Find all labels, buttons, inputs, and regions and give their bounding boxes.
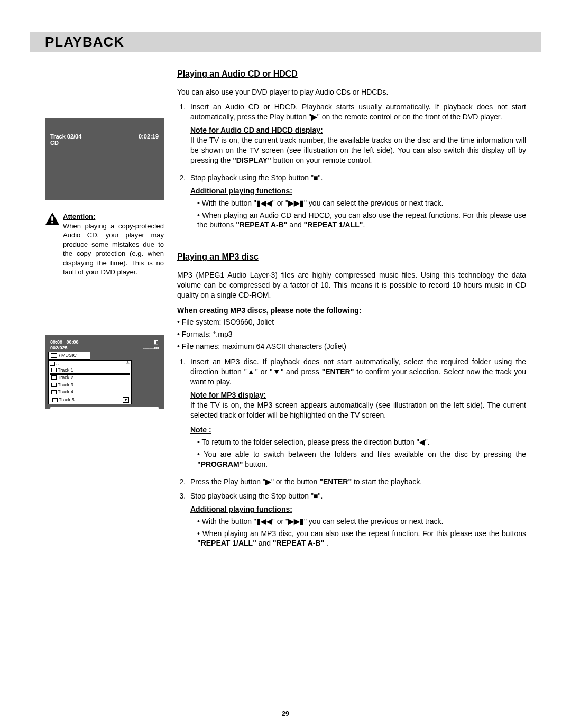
list-item: Track 4 (50, 389, 130, 395)
up-arrow-icon: ▲ (247, 367, 255, 376)
mp3-step-1: Insert an MP3 disc. If playback does not… (188, 357, 526, 469)
mp3-mode-icon: ◧ (154, 339, 159, 345)
mp3-step-2: Press the Play button "▶" or the button … (188, 477, 526, 487)
stop-icon: ■ (314, 492, 318, 500)
cd-time-label: 0:02:19 (139, 133, 159, 195)
file-icon (52, 398, 58, 402)
page-title: PLAYBACK (30, 32, 541, 52)
cd-additional-list: With the button "▮◀◀" or "▶▶▮" you can s… (195, 198, 526, 231)
next-track-icon: ▶▶▮ (288, 199, 304, 207)
file-icon (51, 375, 57, 380)
attention-box: Attention: When playing a copy-protected… (45, 212, 164, 277)
mp3-up-label: .. (56, 361, 59, 366)
folder-up-icon (50, 362, 55, 366)
mp3-folder-name: \ MUSIC (59, 353, 77, 358)
cd-step-1: Insert an Audio CD or HDCD. Playback sta… (188, 102, 526, 165)
mp3-count: 002/025 (50, 345, 68, 351)
mp3-track-list: ..≜ Track 1 Track 2 Track 3 Track 4 Trac… (48, 360, 132, 404)
cd-steps: Insert an Audio CD or HDCD. Playback sta… (177, 102, 526, 230)
list-item: Track 2 (50, 374, 130, 381)
content-columns: Track 02/04 CD 0:02:19 Attention: When p… (45, 68, 526, 554)
mp3-create-list: File system: ISO9660, Joliet Formats: *.… (177, 317, 526, 352)
mp3-eq-bars: ..............ıııııı (141, 345, 159, 351)
mp3-note-head: Note for MP3 display: (190, 391, 266, 399)
eject-icon: ≜ (126, 361, 130, 366)
file-icon (51, 390, 57, 394)
left-column: Track 02/04 CD 0:02:19 Attention: When p… (45, 68, 164, 554)
left-arrow-icon: ◀ (419, 438, 425, 446)
enter-button-ref: "ENTER" (322, 367, 354, 376)
cd-track-label: Track 02/04 (50, 133, 81, 140)
svg-rect-1 (51, 222, 53, 224)
cd-display-illustration: Track 02/04 CD 0:02:19 (45, 118, 164, 200)
list-item: Track 3 (50, 382, 130, 389)
repeat-ab-ref: "REPEAT A-B" (236, 220, 287, 229)
file-icon (51, 368, 57, 372)
prev-track-icon: ▮◀◀ (256, 517, 272, 526)
enter-button-ref: "ENTER" (319, 477, 352, 486)
stop-icon: ■ (314, 173, 318, 182)
mp3-create-head: When creating MP3 discs, please note the… (177, 306, 526, 316)
svg-rect-0 (51, 216, 53, 220)
cd-type-label: CD (50, 140, 81, 146)
repeat-1all-ref: "REPEAT 1/ALL" (304, 220, 363, 229)
program-button-ref: "PROGRAM" (197, 460, 243, 468)
prev-track-icon: ▮◀◀ (256, 199, 272, 207)
mp3-additional-head: Additional playing functions: (190, 505, 292, 513)
mp3-note-list: To return to the folder selection, pleas… (195, 437, 526, 469)
mp3-progress-track (50, 407, 159, 410)
attention-heading: Attention: (63, 213, 95, 220)
cd-additional-head: Additional playing functions: (190, 187, 292, 195)
next-track-icon: ▶▶▮ (288, 517, 304, 526)
cd-intro: You can also use your DVD player to play… (177, 87, 526, 97)
right-column: Playing an Audio CD or HDCD You can also… (177, 68, 526, 554)
mp3-step-3: Stop playback using the Stop button "■".… (188, 491, 526, 548)
warning-icon (45, 212, 60, 226)
list-item: Track 1 (50, 367, 130, 374)
manual-page: PLAYBACK Track 02/04 CD 0:02:19 Attentio… (0, 0, 571, 728)
mp3-intro: MP3 (MPEG1 Audio Layer-3) files are high… (177, 270, 526, 300)
play-icon: ▶ (265, 477, 271, 486)
mp3-note2-head: Note : (190, 426, 211, 434)
cd-note-head: Note for Audio CD and HDCD display: (190, 126, 323, 134)
mp3-display-illustration: 00:00 00:00 ◧ 002/025 ..............ıııı… (45, 335, 164, 409)
page-number: 29 (0, 710, 571, 717)
mp3-folder-tab: \ MUSIC (48, 352, 90, 360)
section-heading-mp3: Playing an MP3 disc (177, 251, 526, 263)
mp3-time1: 00:00 (50, 339, 62, 345)
attention-text: Attention: When playing a copy-protected… (63, 212, 164, 277)
file-icon (51, 383, 57, 387)
repeat-ab-ref: "REPEAT A-B" (273, 539, 324, 547)
display-button-ref: "DISPLAY" (233, 156, 271, 164)
attention-body: When playing a copy-protected Audio CD, … (63, 222, 164, 277)
play-icon: ▶ (311, 113, 317, 121)
down-arrow-icon: ▼ (272, 367, 281, 376)
down-arrow-icon: ▼ (123, 397, 129, 403)
repeat-1all-ref: "REPEAT 1/ALL" (197, 539, 256, 547)
mp3-steps: Insert an MP3 disc. If playback does not… (177, 357, 526, 548)
mp3-time2: 00:00 (67, 339, 79, 345)
list-item: Track 5 (51, 397, 122, 403)
cd-step-2: Stop playback using the Stop button "■".… (188, 173, 526, 230)
section-heading-cd: Playing an Audio CD or HDCD (177, 68, 526, 80)
folder-icon (51, 353, 57, 358)
mp3-additional-list: With the button "▮◀◀" or "▶▶▮" you can s… (195, 517, 526, 549)
